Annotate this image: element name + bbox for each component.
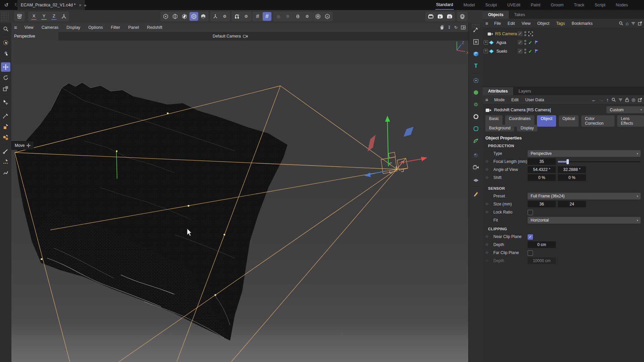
bend-deformer[interactable]: [471, 136, 481, 146]
edit-toggle-icon[interactable]: [518, 40, 523, 45]
menu-filter[interactable]: Filter: [107, 25, 124, 30]
focal-length-slider-track[interactable]: [558, 161, 640, 162]
type-dropdown[interactable]: Perspective ▼: [528, 150, 641, 157]
points-mode-icon[interactable]: [161, 12, 170, 21]
x-axis-lock[interactable]: X: [29, 12, 39, 21]
keyframe-diamond-icon[interactable]: ◇: [486, 242, 488, 246]
scale-tool[interactable]: [1, 84, 10, 93]
move-tool[interactable]: [1, 62, 10, 72]
layout-tab-uvedit[interactable]: UVEdit: [507, 1, 521, 9]
sky-object[interactable]: [471, 150, 481, 160]
add-tab-button[interactable]: +: [82, 1, 89, 9]
render-view-icon[interactable]: [426, 12, 435, 21]
preset-dropdown[interactable]: Full Frame (36x24) ▼: [528, 193, 641, 199]
attributes-menu-icon[interactable]: ≡: [485, 97, 488, 103]
select-move-tool[interactable]: [1, 98, 10, 107]
torus-primitive[interactable]: [471, 112, 481, 122]
model-mode-icon[interactable]: [190, 12, 198, 21]
visibility-dots[interactable]: [524, 31, 526, 36]
clipping-group-label[interactable]: CLIPPING: [488, 227, 507, 231]
layout-tab-script[interactable]: Script: [594, 1, 606, 9]
keyframe-diamond-icon[interactable]: ◇: [486, 159, 488, 163]
layout-tab-paint[interactable]: Paint: [530, 1, 541, 9]
render-picture-viewer-icon[interactable]: [436, 12, 444, 21]
tab-layers[interactable]: Layers: [513, 87, 537, 95]
tree-row-suelo[interactable]: + Suelo ✓: [483, 47, 644, 55]
camera-object[interactable]: [471, 162, 481, 172]
pan-hand-icon[interactable]: [439, 25, 444, 30]
objects-menu-bookmarks[interactable]: Bookmarks: [568, 21, 596, 26]
menu-redshift[interactable]: Redshift: [143, 25, 166, 30]
keyframe-diamond-icon[interactable]: ◇: [486, 250, 488, 254]
snap-settings-gear[interactable]: ⚙: [242, 12, 251, 21]
lock-ratio-checkbox[interactable]: [528, 210, 533, 215]
render-tag-icon[interactable]: [528, 32, 533, 36]
menu-view[interactable]: View: [20, 25, 38, 30]
viewport-canvas[interactable]: Y Z X Move: [11, 41, 468, 362]
near-depth-input[interactable]: 0 cm: [528, 241, 556, 248]
cube-primitive[interactable]: [471, 49, 481, 59]
focal-length-input[interactable]: 35: [528, 158, 556, 165]
phong-tag-icon[interactable]: [535, 49, 539, 53]
layout-tab-groom[interactable]: Groom: [550, 1, 564, 9]
expand-icon[interactable]: +: [484, 40, 488, 45]
projection-group-label[interactable]: PROJECTION: [488, 144, 514, 148]
close-tab-icon[interactable]: ×: [79, 3, 82, 8]
rotate-tool[interactable]: [1, 73, 10, 82]
preset-selector[interactable]: Custom ▼: [606, 106, 644, 113]
spline-pen-tool[interactable]: [1, 111, 10, 121]
attributes-menu-edit[interactable]: Edit: [508, 98, 522, 102]
spline-smooth-tool[interactable]: [1, 168, 10, 177]
toolbar-drag-handle[interactable]: [1, 11, 9, 21]
phong-tag-icon[interactable]: [535, 40, 539, 45]
tab-objects[interactable]: Objects: [483, 11, 509, 19]
text-object[interactable]: T: [471, 61, 481, 71]
filter-icon[interactable]: [619, 98, 623, 102]
toggle-panels-icon[interactable]: [461, 25, 466, 29]
camera-label[interactable]: Default Camera: [213, 32, 248, 41]
symmetry-settings-gear[interactable]: ⚙: [303, 12, 312, 21]
tree-row-agua[interactable]: + Agua ✓: [483, 38, 644, 47]
search-icon[interactable]: [611, 98, 616, 102]
focal-length-slider-handle[interactable]: [567, 159, 569, 164]
y-axis-lock[interactable]: Y: [39, 12, 49, 21]
line-tool[interactable]: [1, 146, 10, 156]
attributes-menu-userdata[interactable]: User Data: [522, 98, 547, 102]
polygons-mode-icon[interactable]: [180, 12, 189, 21]
angle-of-view-h-input[interactable]: 54.4322 °: [528, 166, 556, 173]
detach-panel-icon[interactable]: [638, 21, 642, 25]
keyframe-diamond-icon[interactable]: ◇: [486, 234, 488, 238]
layout-tab-sculpt[interactable]: Sculpt: [485, 1, 498, 9]
menu-options[interactable]: Options: [84, 25, 107, 30]
tree-row-rs-camera[interactable]: RS Camera: [483, 29, 644, 38]
polygon-pen-tool[interactable]: [1, 133, 10, 142]
visibility-dots[interactable]: [524, 40, 526, 45]
target-settings-gear[interactable]: ⚙: [283, 12, 292, 21]
auto-workplane-icon[interactable]: A: [323, 12, 332, 21]
frame-all-icon[interactable]: ↧: [447, 25, 451, 30]
renderer-orb-icon[interactable]: [458, 12, 467, 21]
render-settings-icon[interactable]: ⚙: [445, 12, 454, 21]
angle-of-view-v-input[interactable]: 32.2888 °: [558, 166, 586, 173]
objects-menu-tags[interactable]: Tags: [553, 21, 568, 26]
live-selection-tool[interactable]: [1, 38, 10, 47]
snap-magnet-icon[interactable]: [232, 12, 241, 21]
keyframe-diamond-icon[interactable]: ◇: [486, 210, 488, 214]
expand-icon[interactable]: +: [484, 49, 488, 53]
track-focus-icon[interactable]: ◎: [632, 97, 635, 102]
visibility-dots[interactable]: [524, 49, 526, 54]
lock-icon[interactable]: [625, 98, 629, 102]
menu-cameras[interactable]: Cameras: [38, 25, 63, 30]
rectangle-spline-tool[interactable]: [1, 122, 10, 131]
target-disabled-icon[interactable]: ◎: [274, 12, 283, 21]
tab-background[interactable]: Background: [485, 125, 514, 131]
tweak-tool[interactable]: ⚙: [1, 49, 10, 58]
grid-quantize-icon[interactable]: #: [253, 12, 262, 21]
far-clip-checkbox[interactable]: [528, 250, 533, 256]
viewport-menu-icon[interactable]: ≡: [14, 24, 17, 30]
attributes-menu-mode[interactable]: Mode: [491, 98, 508, 102]
detach-panel-icon[interactable]: [638, 98, 642, 102]
symmetry-icon[interactable]: [293, 12, 302, 21]
shift-y-input[interactable]: 0 %: [558, 174, 586, 181]
shift-x-input[interactable]: 0 %: [528, 174, 556, 181]
